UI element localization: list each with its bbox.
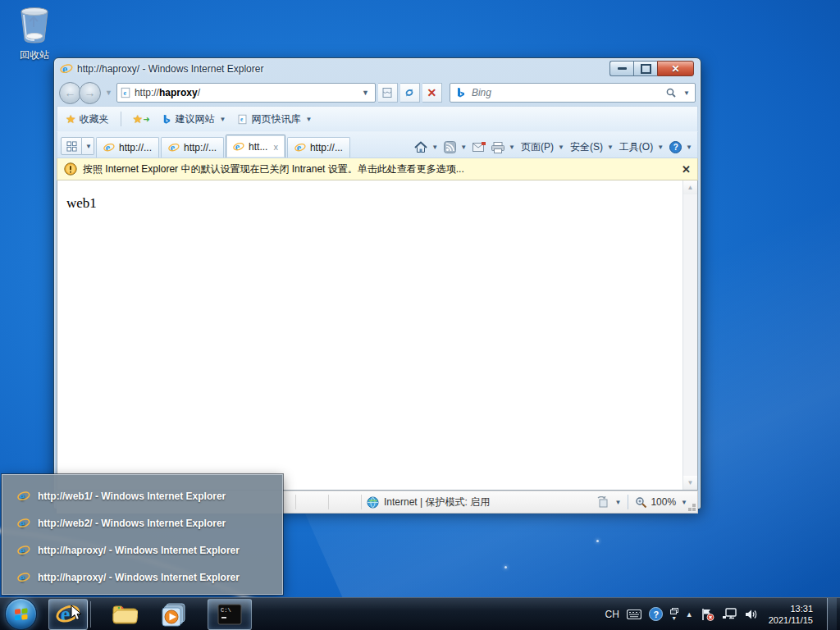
maximize-icon [641,64,651,74]
window-list-title: http://haproxy/ - Windows Internet Explo… [38,572,240,583]
search-box[interactable]: Bing ▼ [450,83,696,103]
tab-list-button[interactable]: ▼ [82,137,94,155]
page-menu-button[interactable]: 页面(P) ▼ [521,140,564,154]
help-icon[interactable]: ? [649,607,663,621]
chevron-down-icon[interactable]: ▼ [614,499,621,506]
scroll-down-icon[interactable]: ▼ [683,476,697,490]
window-list-title: http://web2/ - Windows Internet Explorer [38,518,226,529]
chevron-down-icon: ▼ [220,116,226,123]
taskbar-clock[interactable]: 13:31 2021/11/15 [769,603,813,626]
media-player-icon [162,602,186,627]
tools-menu-button[interactable]: 工具(O) ▼ [619,140,664,154]
compatibility-status-icon[interactable] [596,496,609,508]
suggested-sites-label: 建议网站 [176,112,215,126]
volume-icon[interactable] [745,609,758,620]
safety-menu-button[interactable]: 安全(S) ▼ [570,140,614,154]
quick-tabs: ▼ [61,137,94,155]
information-bar[interactable]: 按照 Internet Explorer 中的默认设置现在已关闭 Intrane… [57,158,698,180]
zoom-level[interactable]: 100% [651,496,676,508]
web-slice-label: 网页快讯库 [251,112,300,126]
language-indicator[interactable]: CH [605,609,619,620]
tab-close-icon[interactable]: x [273,142,278,152]
security-zone-text: Internet | 保护模式: 启用 [384,495,490,509]
taskbar-explorer-button[interactable] [106,600,144,629]
tab-1[interactable]: http://... [96,137,159,158]
refresh-button[interactable] [400,83,420,103]
add-to-favorites-bar-button[interactable]: ★ ➜ [130,111,153,127]
taskbar-media-player-button[interactable] [155,600,193,629]
minimize-button[interactable] [609,61,633,76]
chevron-down-icon: ▼ [509,144,515,151]
zoom-magnifier-icon[interactable] [635,496,647,509]
chevron-down-icon: ▼ [671,615,677,621]
compatibility-view-button[interactable] [378,83,398,103]
quick-tabs-button[interactable] [61,137,82,155]
list-item[interactable]: http://web2/ - Windows Internet Explorer [2,509,282,536]
ie-window: http://haproxy/ - Windows Internet Explo… [53,57,701,509]
address-bar[interactable]: http://haproxy/ ▼ [116,83,376,103]
help-menu-button[interactable]: ? ▼ [669,141,692,153]
keyboard-icon[interactable] [627,609,641,619]
suggested-sites-button[interactable]: 建议网站 ▼ [158,111,230,128]
list-item[interactable]: http://web1/ - Windows Internet Explorer [2,482,282,509]
taskbar: C:\ CH ? ▼ ▲ [0,597,840,630]
network-icon[interactable] [722,608,737,620]
favorites-button[interactable]: ★ 收藏夹 [62,111,112,128]
separator [121,112,121,126]
forward-button[interactable]: → [79,82,101,104]
show-hidden-icons-chevron[interactable]: ▲ [686,610,693,619]
ie-icon [17,544,30,557]
recycle-bin[interactable]: 回收站 [10,5,59,62]
clock-time: 13:31 [769,603,813,614]
window-switcher-tray-item[interactable]: ▼ [670,608,678,621]
page-content: web1 ▲ ▼ [57,180,698,491]
chevron-down-icon: ▼ [460,144,467,151]
tab-2[interactable]: http://... [161,137,224,158]
navigation-bar: ← → ▼ http://haproxy/ ▼ [57,80,698,106]
status-right: ▼ 100% ▼ [596,495,697,509]
search-icon[interactable] [665,87,677,98]
action-center-flag-icon[interactable] [701,608,714,621]
back-button[interactable]: ← [59,82,81,104]
chevron-down-icon: ▼ [657,144,664,151]
list-item[interactable]: http://haproxy/ - Windows Internet Explo… [2,564,282,591]
ie-icon [17,517,30,530]
bing-icon [162,114,172,125]
taskbar-window-list: http://web1/ - Windows Internet Explorer… [2,474,283,595]
show-desktop-button[interactable] [827,598,837,630]
feeds-button[interactable]: ▼ [444,141,467,153]
home-icon [414,141,427,153]
tab-label: htt... [249,141,267,153]
taskbar-ie-button[interactable] [48,599,88,630]
home-button[interactable]: ▼ [414,141,438,153]
close-button[interactable]: ✕ [657,61,694,76]
search-dropdown[interactable]: ▼ [683,89,690,97]
chevron-down-icon: ▼ [85,143,92,150]
tab-3-active[interactable]: htt... x [226,135,285,158]
scroll-up-icon[interactable]: ▲ [683,180,697,194]
taskbar-cmd-button[interactable]: C:\ [208,599,252,630]
list-item[interactable]: http://haproxy/ - Windows Internet Explo… [2,536,282,564]
recent-pages-dropdown[interactable]: ▼ [105,89,112,97]
svg-text:?: ? [653,609,659,619]
web-slice-gallery-button[interactable]: 网页快讯库 ▼ [234,111,315,128]
svg-text:?: ? [673,143,678,152]
vertical-scrollbar[interactable]: ▲ ▼ [682,180,697,490]
chevron-down-icon: ▼ [607,144,614,151]
infobar-close-icon[interactable]: ✕ [682,163,691,176]
resize-grip-icon[interactable] [692,508,696,511]
command-bar: ▼ ▼ [414,140,692,154]
maximize-button[interactable] [633,61,657,76]
window-list-title: http://haproxy/ - Windows Internet Explo… [38,545,240,556]
window-stack-icon [670,608,678,614]
minimize-icon [618,67,627,70]
stop-button[interactable]: ✕ [422,83,442,103]
tab-4[interactable]: http://... [287,137,350,158]
read-mail-button[interactable] [472,142,486,153]
start-button[interactable] [5,598,37,630]
tab-label: http://... [310,142,343,153]
feeds-icon [444,141,456,153]
print-button[interactable]: ▼ [491,142,515,153]
address-dropdown[interactable]: ▼ [358,84,372,102]
chevron-down-icon[interactable]: ▼ [681,499,687,506]
